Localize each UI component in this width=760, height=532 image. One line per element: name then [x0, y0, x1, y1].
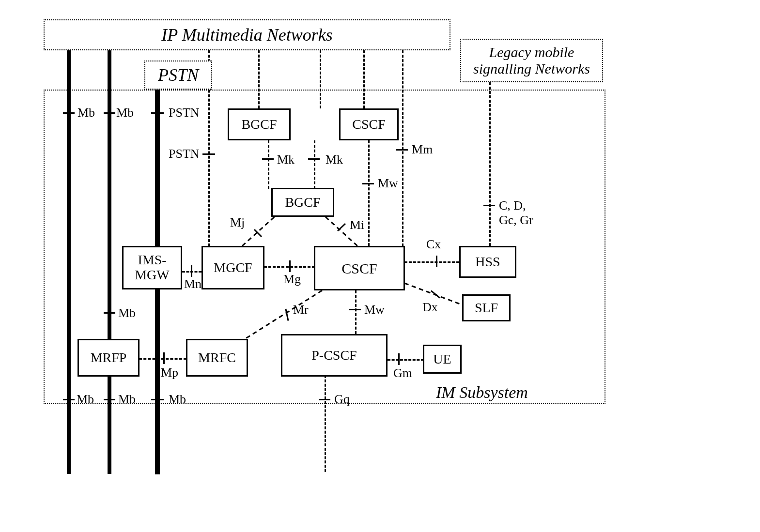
link-cscf-top-v [363, 50, 365, 108]
node-mrfp: MRFP [78, 339, 140, 377]
diagram-canvas: IP Multimedia Networks Legacy mobile sig… [0, 0, 760, 532]
node-mgcf: MGCF [202, 246, 264, 289]
link-mrfp-mrfc-mp [139, 358, 186, 360]
link-cscf-hss-cx [404, 261, 459, 263]
node-slf: SLF [462, 294, 511, 321]
tick-mb4 [63, 399, 75, 400]
node-p-cscf: P-CSCF [281, 334, 388, 377]
tick-mb2 [104, 112, 115, 114]
link-hss-legacy [489, 82, 491, 246]
tick-mb1 [63, 112, 75, 114]
tick-mp [163, 352, 165, 364]
iface-cd: C, D, Gc, Gr [499, 198, 533, 228]
link-cscf-pcscf-mw [355, 290, 357, 334]
node-bgcf-mid: BGCF [271, 188, 334, 217]
link-bgcf-top-v2 [320, 50, 321, 108]
iface-mw1: Mw [378, 176, 398, 191]
tick-cx [436, 256, 437, 267]
iface-mw2: Mw [364, 303, 385, 317]
tick-mk1 [262, 158, 274, 160]
bearer-line-1 [67, 50, 71, 474]
iface-mb1: Mb [78, 106, 95, 120]
tick-mg [289, 260, 291, 272]
tick-mb5 [104, 399, 115, 400]
iface-mk1: Mk [277, 152, 295, 167]
bearer-line-2 [108, 50, 111, 474]
link-bgcf-mk1 [268, 140, 269, 189]
node-ue: UE [423, 345, 462, 374]
node-bgcf-top: BGCF [228, 108, 291, 140]
iface-gq: Gq [334, 392, 350, 407]
tick-pstn1 [151, 112, 164, 114]
iface-mb4: Mb [77, 392, 94, 407]
tick-mm [396, 149, 408, 151]
node-cscf-top: CSCF [339, 108, 399, 140]
iface-mb3: Mb [118, 306, 136, 320]
node-hss: HSS [459, 246, 516, 278]
iface-mb6: Mb [169, 392, 186, 407]
tick-mb6 [151, 399, 164, 400]
iface-gm: Gm [393, 366, 412, 380]
iface-mj: Mj [230, 215, 245, 230]
iface-mb2: Mb [116, 106, 134, 120]
iface-dx: Dx [422, 300, 438, 315]
link-bgcf-mk2 [314, 140, 315, 189]
region-pstn: PSTN [144, 61, 212, 90]
link-pcscf-gq [325, 375, 326, 472]
tick-gq [319, 399, 330, 400]
tick-mw2 [349, 309, 361, 310]
iface-cx: Cx [426, 237, 441, 252]
iface-mg: Mg [283, 272, 301, 287]
iface-mr: Mr [293, 303, 309, 317]
im-subsystem-label: IM Subsystem [436, 383, 528, 402]
tick-cd [483, 205, 495, 206]
node-cscf-main: CSCF [314, 246, 405, 290]
tick-mw1 [362, 183, 374, 184]
tick-mk2 [308, 158, 320, 160]
iface-mm: Mm [412, 142, 433, 157]
link-cscf-mw [368, 140, 370, 246]
iface-mk2: Mk [326, 152, 343, 167]
node-mrfc: MRFC [186, 339, 248, 377]
iface-mb5: Mb [118, 392, 136, 407]
iface-pstn2: PSTN [169, 147, 200, 161]
link-cscf-mm-v [402, 50, 403, 246]
tick-gm [398, 353, 400, 365]
region-ip-multimedia: IP Multimedia Networks [44, 19, 450, 50]
iface-mn: Mn [184, 277, 202, 291]
link-pcscf-ue-gm [388, 359, 424, 361]
node-ims-mgw: IMS- MGW [122, 246, 182, 289]
link-bgcf-top-v [258, 50, 260, 108]
tick-pstn2 [202, 153, 215, 155]
region-legacy: Legacy mobile signalling Networks [460, 39, 603, 82]
tick-mb3 [104, 312, 115, 314]
iface-mi: Mi [350, 218, 364, 232]
tick-mn [191, 265, 192, 277]
iface-pstn1: PSTN [169, 106, 200, 120]
iface-mp: Mp [161, 365, 178, 380]
